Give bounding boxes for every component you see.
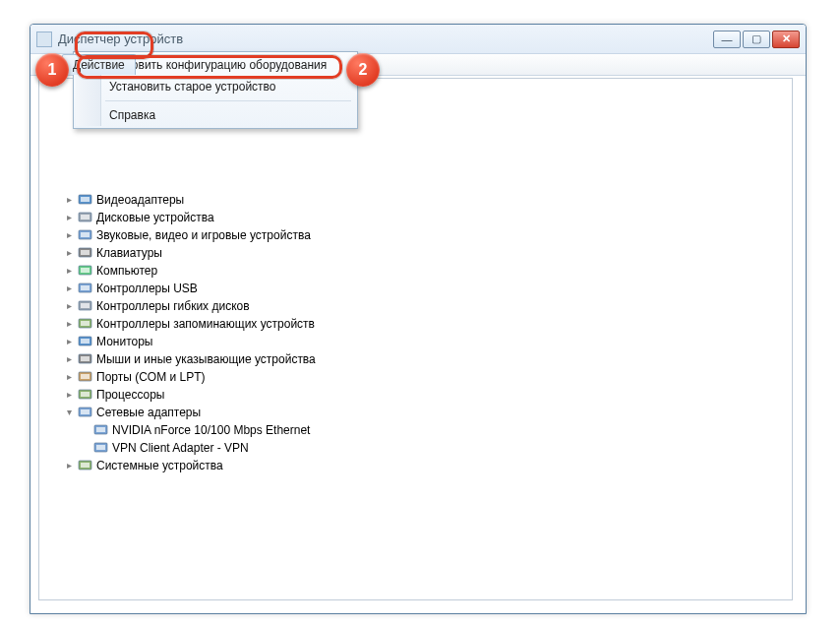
svg-rect-25: [81, 409, 90, 414]
tree-device[interactable]: NVIDIA nForce 10/100 Mbps Ethernet: [47, 421, 792, 439]
tree-label: Клавиатуры: [96, 244, 162, 262]
tree-label: Звуковые, видео и игровые устройства: [96, 226, 311, 244]
sound-icon: [78, 228, 93, 242]
device-tree[interactable]: x x x x x x ▸ Видеоадаптеры ▸ Дисковые у…: [39, 79, 792, 480]
svg-rect-17: [81, 339, 90, 344]
expand-toggle-icon[interactable]: ▸: [63, 297, 76, 315]
network-card-icon: [93, 441, 109, 455]
tree-label: Контроллеры гибких дисков: [96, 297, 250, 315]
expand-toggle-icon[interactable]: ▸: [63, 262, 76, 280]
tree-category[interactable]: ▸ Процессоры: [47, 386, 792, 404]
expand-toggle-icon[interactable]: ▸: [63, 244, 76, 262]
tree-label: Порты (COM и LPT): [96, 368, 206, 386]
svg-rect-31: [81, 463, 90, 468]
expand-toggle-icon[interactable]: ▸: [63, 350, 76, 368]
expand-toggle-icon[interactable]: ▸: [63, 226, 76, 244]
tree-label: Контроллеры USB: [96, 280, 198, 297]
tree-label: NVIDIA nForce 10/100 Mbps Ethernet: [112, 421, 310, 439]
expand-toggle-icon[interactable]: ▸: [63, 315, 76, 333]
expand-toggle-icon[interactable]: ▸: [63, 280, 76, 297]
tree-category[interactable]: ▸ Контроллеры гибких дисков: [47, 297, 792, 315]
tree-label: Сетевые адаптеры: [96, 404, 201, 421]
tree-category[interactable]: ▸ Мониторы: [47, 333, 792, 350]
tree-label: Контроллеры запоминающих устройств: [96, 315, 315, 333]
tree-label: Видеоадаптеры: [96, 191, 184, 209]
svg-rect-27: [96, 427, 105, 432]
monitor-icon: [78, 335, 93, 348]
close-button[interactable]: ✕: [772, 31, 800, 48]
disk-icon: [78, 211, 93, 224]
network-card-icon: [93, 423, 109, 437]
floppy-icon: [78, 299, 93, 313]
tree-category[interactable]: ▾ Сетевые адаптеры: [47, 404, 792, 421]
tree-label: Дисковые устройства: [96, 209, 214, 226]
computer-icon: [78, 264, 93, 278]
client-area: x x x x x x ▸ Видеоадаптеры ▸ Дисковые у…: [38, 78, 793, 600]
titlebar: Диспетчер устройств — ▢ ✕: [30, 25, 806, 54]
tree-category[interactable]: ▸ Дисковые устройства: [47, 209, 792, 226]
minimize-button[interactable]: —: [713, 31, 741, 48]
svg-rect-15: [81, 321, 90, 326]
menu-action[interactable]: Действие: [62, 54, 136, 75]
svg-rect-7: [81, 250, 90, 255]
svg-rect-13: [81, 303, 90, 308]
annotation-callout-2: 2: [346, 53, 380, 87]
svg-rect-5: [81, 232, 90, 237]
tree-label: Мониторы: [96, 333, 152, 350]
tree-label: Мыши и иные указывающие устройства: [96, 350, 316, 368]
menu-help-item[interactable]: Справка: [76, 104, 355, 126]
usb-icon: [78, 282, 93, 295]
storage-icon: [78, 317, 93, 331]
tree-category[interactable]: ▸ Контроллеры запоминающих устройств: [47, 315, 792, 333]
annotation-callout-1: 1: [35, 53, 69, 87]
svg-rect-9: [81, 268, 90, 273]
system-icon: [78, 459, 93, 472]
svg-rect-1: [81, 197, 90, 202]
tree-category[interactable]: ▸ Порты (COM и LPT): [47, 368, 792, 386]
svg-rect-29: [96, 445, 105, 450]
mouse-icon: [78, 352, 93, 366]
svg-rect-3: [81, 215, 90, 220]
tree-device[interactable]: VPN Client Adapter - VPN: [47, 439, 792, 457]
tree-category[interactable]: ▸ Контроллеры USB: [47, 280, 792, 297]
tree-label: Процессоры: [96, 386, 165, 404]
tree-label: Системные устройства: [96, 457, 223, 474]
window-controls: — ▢ ✕: [713, 31, 800, 48]
net-icon: [78, 406, 93, 419]
port-icon: [78, 370, 93, 384]
expand-toggle-icon[interactable]: ▸: [63, 386, 76, 404]
window-title: Диспетчер устройств: [58, 31, 713, 46]
cpu-icon: [78, 388, 93, 402]
tree-label: Компьютер: [96, 262, 157, 280]
dropdown-separator: [105, 100, 351, 101]
svg-rect-11: [81, 285, 90, 290]
maximize-button[interactable]: ▢: [743, 31, 770, 48]
tree-category[interactable]: ▸ Системные устройства: [47, 457, 792, 474]
expand-toggle-icon[interactable]: ▸: [63, 368, 76, 386]
tree-category[interactable]: ▸ Клавиатуры: [47, 244, 792, 262]
expand-toggle-icon[interactable]: ▸: [63, 333, 76, 350]
svg-rect-23: [81, 392, 90, 397]
expand-toggle-icon[interactable]: ▸: [63, 457, 76, 474]
expand-toggle-icon[interactable]: ▸: [63, 191, 76, 209]
app-icon: [36, 31, 52, 47]
tree-category[interactable]: ▸ Компьютер: [47, 262, 792, 280]
expand-toggle-icon[interactable]: ▸: [63, 209, 76, 226]
tree-category[interactable]: ▸ Звуковые, видео и игровые устройства: [47, 226, 792, 244]
tree-category[interactable]: ▸ Мыши и иные указывающие устройства: [47, 350, 792, 368]
menu-add-legacy[interactable]: Установить старое устройство: [76, 76, 355, 97]
tree-category[interactable]: ▸ Видеоадаптеры: [47, 191, 792, 209]
expand-toggle-icon[interactable]: ▾: [63, 404, 76, 421]
svg-rect-21: [81, 374, 90, 379]
keyboard-icon: [78, 246, 93, 260]
svg-rect-19: [81, 356, 90, 361]
tree-label: VPN Client Adapter - VPN: [112, 439, 249, 457]
display-icon: [78, 193, 93, 207]
